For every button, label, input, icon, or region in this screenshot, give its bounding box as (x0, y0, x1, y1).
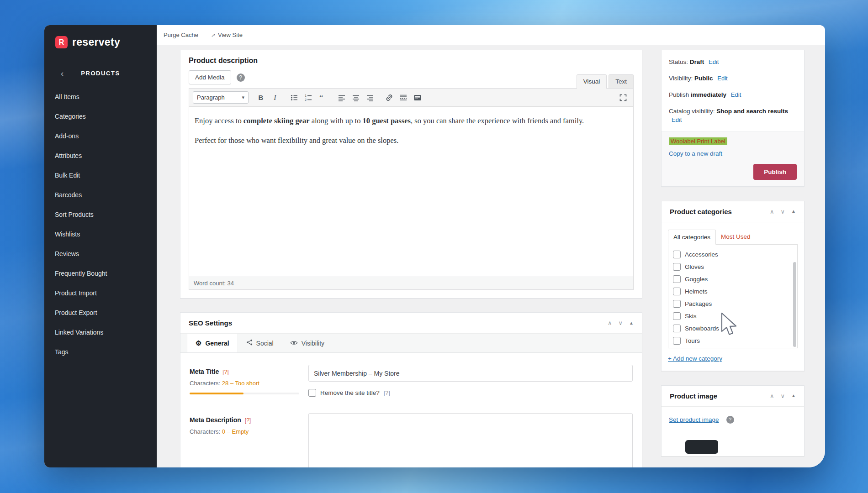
category-checkbox[interactable] (673, 325, 681, 332)
add-new-category-link[interactable]: + Add new category (668, 355, 722, 362)
collapse-toggle-icon[interactable]: ▲ (791, 209, 796, 214)
sidebar-item-bulk-edit[interactable]: Bulk Edit (44, 165, 157, 185)
category-checkbox[interactable] (673, 300, 681, 308)
italic-icon[interactable]: I (269, 92, 281, 104)
move-down-icon[interactable]: ∨ (781, 209, 785, 215)
move-down-icon[interactable]: ∨ (781, 393, 785, 399)
sidebar-section-products[interactable]: ‹ PRODUCTS (44, 63, 157, 83)
move-down-icon[interactable]: ∨ (619, 320, 623, 326)
woolabel-print-label-link[interactable]: Woolabel Print Label (669, 137, 727, 145)
bullet-list-icon[interactable] (288, 92, 301, 104)
editor-content[interactable]: Enjoy access to complete skiing gear alo… (189, 107, 633, 277)
meta-title-row: Meta Title[?] Characters: 28 – Too short… (190, 365, 633, 397)
link-icon[interactable] (383, 92, 396, 104)
collapse-back-icon[interactable]: ‹ (61, 69, 64, 78)
sidebar-item-categories[interactable]: Categories (44, 106, 157, 126)
category-item-helmets[interactable]: Helmets (673, 285, 793, 298)
meta-description-help-icon[interactable]: [?] (245, 417, 251, 424)
remove-site-title-checkbox[interactable] (308, 389, 316, 397)
tab-general[interactable]: ⚙ General (187, 334, 238, 352)
svg-text:1: 1 (305, 94, 307, 97)
more-tag-icon[interactable] (397, 92, 410, 104)
tab-all-categories[interactable]: All categories (668, 230, 716, 245)
editor-toolbar: Paragraph ▾ B I 12 (189, 89, 633, 107)
sidebar-item-product-import[interactable]: Product Import (44, 283, 157, 303)
edit-schedule-link[interactable]: Edit (731, 91, 741, 98)
sidebar-item-tags[interactable]: Tags (44, 342, 157, 362)
editor-tools-row: Add Media ? Visual Text (180, 67, 642, 88)
publish-actions: Woolabel Print Label Copy to a new draft… (662, 131, 804, 186)
sidebar-item-barcodes[interactable]: Barcodes (44, 185, 157, 205)
copy-to-new-draft-link[interactable]: Copy to a new draft (669, 150, 722, 157)
visual-tab[interactable]: Visual (577, 74, 607, 89)
meta-title-label: Meta Title (190, 368, 219, 375)
category-checkbox[interactable] (673, 288, 681, 295)
edit-catalog-visibility-link[interactable]: Edit (672, 116, 682, 123)
add-media-button[interactable]: Add Media (189, 70, 231, 84)
category-checkbox[interactable] (673, 312, 681, 320)
edit-visibility-link[interactable]: Edit (717, 75, 727, 82)
meta-title-input[interactable] (308, 365, 633, 382)
category-checkbox[interactable] (673, 251, 681, 258)
sidebar-item-sort-products[interactable]: Sort Products (44, 205, 157, 224)
text-tab[interactable]: Text (609, 74, 634, 88)
paragraph-format-dropdown[interactable]: Paragraph ▾ (193, 91, 249, 104)
sidebar-item-all-items[interactable]: All Items (44, 87, 157, 106)
scrollbar-thumb[interactable] (793, 262, 796, 347)
remove-site-title-help-icon[interactable]: [?] (384, 390, 390, 396)
chevron-down-icon: ▾ (242, 94, 244, 100)
bold-icon[interactable]: B (254, 92, 267, 104)
align-center-icon[interactable] (349, 92, 362, 104)
move-up-icon[interactable]: ∧ (608, 320, 612, 326)
meta-title-help-icon[interactable]: [?] (222, 369, 228, 375)
remove-site-title-option[interactable]: Remove the site title? [?] (308, 389, 633, 397)
meta-description-textarea[interactable] (308, 413, 633, 467)
partial-dark-button[interactable] (685, 440, 718, 454)
category-item-tours[interactable]: Tours (673, 335, 793, 347)
eye-icon (290, 340, 298, 347)
publish-button[interactable]: Publish (753, 164, 797, 180)
sidebar-item-attributes[interactable]: Attributes (44, 146, 157, 165)
seo-tabs: ⚙ General Social Visibility (180, 334, 642, 353)
category-item-packages[interactable]: Packages (673, 298, 793, 310)
panel-controls: ∧ ∨ ▲ (763, 393, 796, 399)
sidebar-item-linked-variations[interactable]: Linked Variations (44, 322, 157, 342)
tab-most-used[interactable]: Most Used (716, 230, 756, 244)
category-item-snowboards[interactable]: Snowboards (673, 322, 793, 335)
align-right-icon[interactable] (364, 92, 376, 104)
editor-help-icon[interactable]: ? (237, 73, 245, 82)
catalog-visibility-value: Shop and search results (716, 108, 788, 115)
view-site-link[interactable]: ↗ View Site (211, 31, 243, 38)
collapse-toggle-icon[interactable]: ▲ (629, 321, 634, 325)
collapse-toggle-icon[interactable]: ▲ (791, 393, 796, 398)
category-item-gloves[interactable]: Gloves (673, 261, 793, 273)
category-checkbox[interactable] (673, 275, 681, 283)
product-categories-panel: Product categories ∧ ∨ ▲ All categories … (661, 201, 804, 371)
align-left-icon[interactable] (335, 92, 348, 104)
sidebar-item-wishlists[interactable]: Wishlists (44, 224, 157, 244)
admin-topbar: Purge Cache ↗ View Site (157, 25, 825, 45)
blockquote-icon[interactable]: “ (316, 92, 329, 104)
fullscreen-icon[interactable] (617, 92, 630, 104)
category-item-goggles[interactable]: Goggles (673, 273, 793, 285)
edit-status-link[interactable]: Edit (709, 58, 719, 65)
purge-cache-link[interactable]: Purge Cache (164, 31, 198, 38)
move-up-icon[interactable]: ∧ (770, 209, 774, 215)
tab-visibility[interactable]: Visibility (282, 334, 333, 352)
category-checkbox[interactable] (673, 263, 681, 271)
category-item-accessories[interactable]: Accessories (673, 248, 793, 261)
move-up-icon[interactable]: ∧ (770, 393, 774, 399)
category-item-skis[interactable]: Skis (673, 310, 793, 322)
toolbar-toggle-icon[interactable] (411, 92, 424, 104)
sidebar-item-frequently-bought[interactable]: Frequently Bought (44, 263, 157, 283)
set-product-image-link[interactable]: Set product image (669, 416, 719, 423)
numbered-list-icon[interactable]: 12 (302, 92, 315, 104)
sidebar-item-reviews[interactable]: Reviews (44, 244, 157, 263)
help-icon[interactable]: ? (726, 416, 734, 424)
category-checkbox[interactable] (673, 337, 681, 345)
sidebar-item-add-ons[interactable]: Add-ons (44, 126, 157, 146)
tab-social[interactable]: Social (238, 334, 282, 352)
sidebar-item-product-export[interactable]: Product Export (44, 303, 157, 322)
external-link-icon: ↗ (211, 32, 216, 38)
meta-title-char-count: Characters: 28 – Too short (190, 380, 308, 387)
